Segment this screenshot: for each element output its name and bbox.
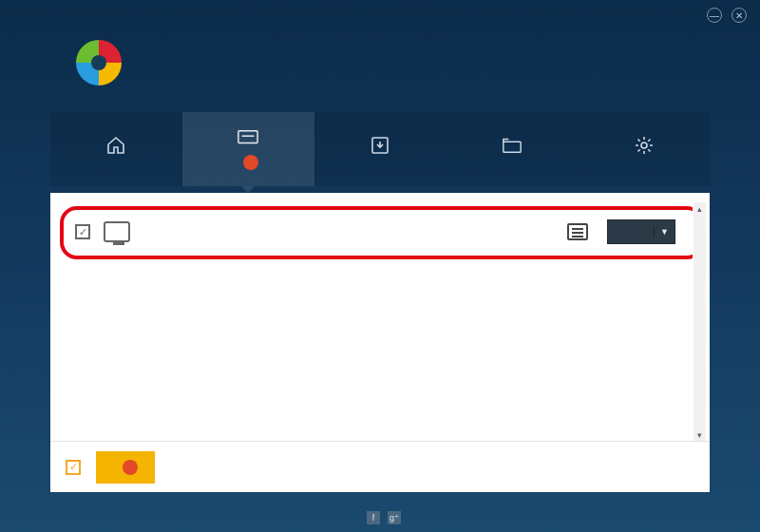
nav-settings[interactable] <box>578 112 710 186</box>
driver-list: ✓ ▼ <box>58 202 693 441</box>
navbar <box>50 112 710 186</box>
download-install-button[interactable] <box>96 451 155 484</box>
copyright-bar: f g⁺ <box>0 511 760 524</box>
googleplus-icon[interactable]: g⁺ <box>388 511 401 524</box>
select-all-checkbox[interactable]: ✓ <box>66 460 81 475</box>
svg-rect-0 <box>238 131 257 143</box>
download-badge <box>123 460 138 475</box>
svg-point-4 <box>641 142 647 148</box>
close-button[interactable]: ✕ <box>732 8 747 23</box>
scroll-down[interactable]: ▾ <box>694 428 706 441</box>
row-checkbox[interactable]: ✓ <box>75 224 90 239</box>
nav-driver-updates[interactable] <box>182 112 314 186</box>
svg-rect-3 <box>504 142 521 152</box>
nav-restore[interactable] <box>446 112 578 186</box>
main-panel: ✓ ▼ ▴ ▾ ✓ <box>50 193 710 492</box>
backup-icon <box>370 136 390 155</box>
updates-badge <box>243 155 258 170</box>
restore-icon <box>502 136 522 155</box>
home-icon <box>105 136 126 155</box>
details-icon[interactable] <box>567 223 588 240</box>
nav-active-pointer <box>241 186 255 193</box>
updates-icon <box>238 128 258 147</box>
scrollbar[interactable]: ▴ ▾ <box>694 202 706 441</box>
brand <box>76 40 135 86</box>
nav-backup[interactable] <box>314 112 446 186</box>
nav-home[interactable] <box>50 112 182 186</box>
facebook-icon[interactable]: f <box>367 511 380 524</box>
monitor-icon <box>104 221 130 242</box>
minimize-button[interactable]: — <box>707 8 722 23</box>
driver-row[interactable]: ✓ ▼ <box>64 210 687 254</box>
logo-icon <box>76 40 122 86</box>
scroll-up[interactable]: ▴ <box>694 202 706 215</box>
update-button[interactable]: ▼ <box>607 219 675 244</box>
gear-icon <box>634 136 655 155</box>
panel-footer: ✓ <box>50 441 710 492</box>
update-dropdown[interactable]: ▼ <box>654 227 674 237</box>
